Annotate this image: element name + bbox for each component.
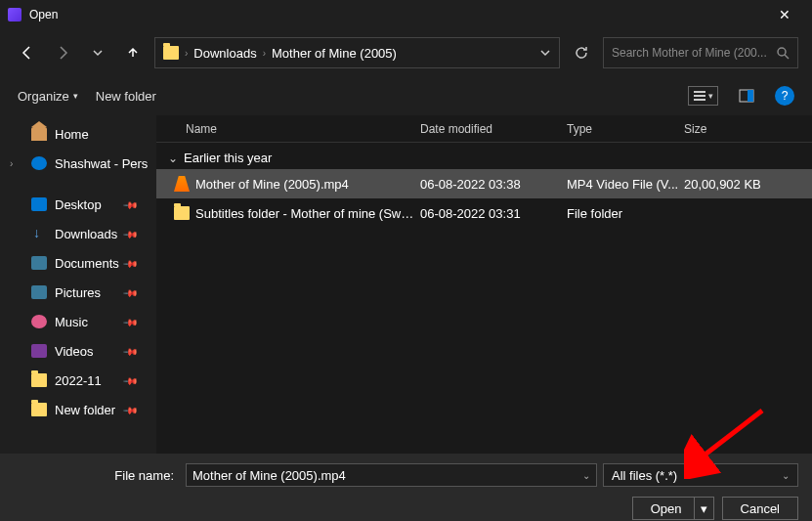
sidebar-item-documents[interactable]: Documents📌 — [0, 248, 156, 278]
sidebar-onedrive[interactable]: ›Shashwat - Pers — [0, 149, 156, 178]
filename-input[interactable]: Mother of Mine (2005).mp4 ⌄ — [186, 463, 597, 487]
svg-rect-5 — [748, 90, 753, 102]
close-button[interactable]: ✕ — [765, 7, 804, 22]
open-button[interactable]: Open▾ — [632, 497, 714, 520]
col-type[interactable]: Type — [567, 122, 684, 136]
preview-pane-button[interactable] — [736, 85, 757, 107]
recent-dropdown[interactable] — [84, 39, 111, 66]
fldr-icon — [31, 403, 47, 416]
sidebar-item-desktop[interactable]: Desktop📌 — [0, 190, 156, 219]
col-size[interactable]: Size — [684, 122, 782, 136]
sidebar: Home ›Shashwat - Pers Desktop📌Downloads📌… — [0, 115, 156, 454]
address-bar[interactable]: › Downloads › Mother of Mine (2005) — [154, 37, 560, 68]
sidebar-item-new-folder[interactable]: New folder📌 — [0, 395, 156, 424]
cancel-button[interactable]: Cancel — [722, 497, 798, 520]
fldr-icon — [31, 373, 47, 387]
refresh-button[interactable] — [568, 39, 595, 66]
window-title: Open — [29, 8, 765, 22]
col-name[interactable]: Name — [186, 122, 420, 136]
chevron-down-icon: ⌄ — [782, 470, 790, 481]
svg-point-0 — [778, 48, 786, 56]
column-headers[interactable]: Name Date modified Type Size — [156, 115, 812, 143]
forward-button[interactable] — [49, 39, 76, 66]
music-icon — [31, 315, 47, 328]
videos-icon — [31, 344, 47, 358]
svg-rect-3 — [694, 99, 705, 101]
desktop-icon — [31, 197, 47, 211]
chevron-down-icon: ▾ — [708, 91, 713, 101]
docs-icon — [31, 256, 47, 270]
chevron-right-icon[interactable]: › — [10, 158, 13, 169]
sidebar-item-videos[interactable]: Videos📌 — [0, 336, 156, 366]
list-view-icon — [693, 89, 706, 103]
folder-icon — [163, 46, 179, 60]
file-type-filter[interactable]: All files (*.*) ⌄ — [603, 463, 798, 487]
sidebar-home[interactable]: Home — [0, 119, 156, 149]
file-row[interactable]: Mother of Mine (2005).mp406-08-2022 03:3… — [156, 169, 812, 198]
search-placeholder: Search Mother of Mine (200... — [612, 46, 770, 60]
view-mode-button[interactable]: ▾ — [688, 86, 718, 106]
app-icon — [8, 8, 21, 22]
svg-rect-1 — [694, 91, 705, 93]
group-header[interactable]: Earlier this year — [156, 143, 812, 169]
file-list-area: Name Date modified Type Size Earlier thi… — [156, 115, 812, 454]
col-date[interactable]: Date modified — [420, 122, 567, 136]
cloud-icon — [31, 156, 47, 170]
chevron-down-icon[interactable] — [539, 47, 551, 59]
chevron-right-icon: › — [185, 48, 188, 59]
sidebar-item-pictures[interactable]: Pictures📌 — [0, 278, 156, 307]
chevron-down-icon: ▾ — [73, 91, 78, 101]
sidebar-item-music[interactable]: Music📌 — [0, 307, 156, 336]
downloads-icon — [31, 227, 47, 240]
search-input[interactable]: Search Mother of Mine (200... — [603, 37, 798, 68]
breadcrumb-item[interactable]: Downloads — [193, 46, 256, 61]
filename-label: File name: — [14, 468, 180, 483]
up-button[interactable] — [119, 39, 147, 66]
sidebar-item-downloads[interactable]: Downloads📌 — [0, 219, 156, 248]
search-icon — [776, 46, 790, 60]
sidebar-item-2022-11[interactable]: 2022-11📌 — [0, 366, 156, 395]
pics-icon — [31, 285, 47, 299]
svg-rect-2 — [694, 95, 705, 97]
home-icon — [31, 127, 47, 141]
fldr-icon — [174, 206, 190, 220]
back-button[interactable] — [14, 39, 41, 66]
help-button[interactable]: ? — [775, 86, 794, 106]
file-row[interactable]: Subtitles folder - Mother of mine (Swede… — [156, 198, 812, 228]
vlc-icon — [174, 176, 190, 192]
breadcrumb-item[interactable]: Mother of Mine (2005) — [272, 46, 397, 61]
new-folder-button[interactable]: New folder — [96, 89, 156, 104]
open-dropdown[interactable]: ▾ — [694, 498, 713, 519]
chevron-right-icon: › — [263, 48, 266, 59]
organize-button[interactable]: Organize ▾ — [18, 89, 78, 104]
chevron-down-icon[interactable]: ⌄ — [582, 470, 590, 481]
